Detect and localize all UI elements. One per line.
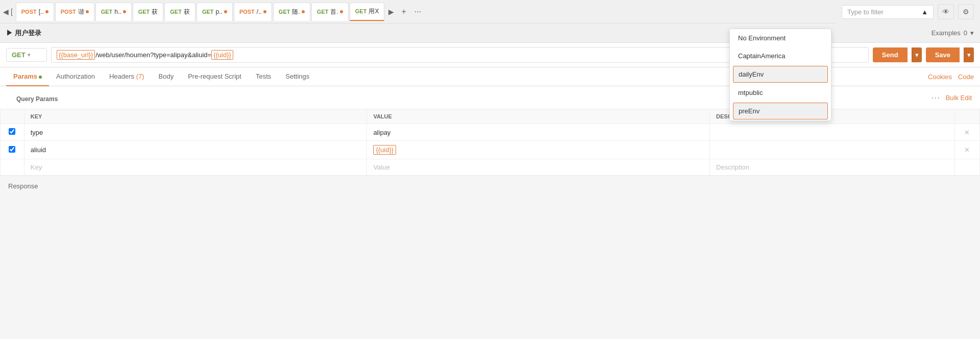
tab-method: GET	[101, 9, 113, 15]
tab-nav-prev[interactable]: ◀ [	[0, 6, 16, 18]
tab-more-button[interactable]: ···	[410, 5, 425, 18]
tab-post-slash[interactable]: POST /..	[234, 3, 272, 21]
row-2-value[interactable]: {{uid}}	[367, 141, 710, 159]
row-2-actions[interactable]: ✕	[954, 141, 979, 159]
tab-get-yong[interactable]: GET 用X	[350, 3, 385, 21]
tab-get-h[interactable]: GET h..	[95, 3, 132, 21]
query-params-title: Query Params	[8, 89, 66, 106]
tab-tests[interactable]: Tests	[249, 67, 278, 86]
tab-method: POST	[21, 9, 37, 15]
code-link[interactable]: Code	[958, 73, 974, 81]
tab-dot	[263, 10, 266, 13]
tab-bar: ◀ [ POST [.. POST 谐 GET h.. GET 获 GET 获 …	[0, 0, 980, 23]
row-2-checkbox-cell[interactable]	[1, 141, 24, 159]
tab-get-p[interactable]: GET p..	[197, 3, 233, 21]
tab-post-1[interactable]: POST [..	[16, 3, 54, 21]
tab-method: GET	[279, 9, 290, 15]
eye-icon: 👁	[942, 8, 949, 16]
placeholder-value[interactable]: Value	[367, 159, 710, 176]
tab-label: 谐	[78, 8, 84, 16]
method-select[interactable]: GET ▾	[6, 48, 47, 62]
tab-get-shou[interactable]: GET 首.	[311, 3, 349, 21]
col-key: KEY	[24, 109, 367, 124]
chevron-down-icon[interactable]: ▾	[970, 29, 974, 37]
save-button[interactable]: Save	[926, 47, 960, 62]
col-value: VALUE	[367, 109, 710, 124]
env-item-daily[interactable]: dailyEnv	[733, 66, 828, 83]
placeholder-checkbox	[1, 159, 24, 176]
tab-label: 随.	[292, 8, 300, 16]
tab-headers[interactable]: Headers (7)	[102, 67, 152, 86]
uid-var-value: {{uid}}	[373, 145, 396, 155]
tab-dot	[86, 10, 89, 13]
bulk-edit-button[interactable]: Bulk Edit	[946, 94, 972, 102]
row-2-key[interactable]: aliuid	[24, 141, 367, 159]
send-dropdown-button[interactable]: ▾	[912, 47, 922, 62]
tab-label: [..	[39, 8, 44, 15]
tab-label: 用X	[369, 7, 379, 16]
row-1-key[interactable]: type	[24, 124, 367, 141]
tab-params[interactable]: Params	[6, 67, 49, 86]
tab-method: GET	[202, 9, 214, 15]
col-checkbox	[1, 109, 24, 124]
env-dropdown: No Environment CaptainAmerica dailyEnv m…	[729, 29, 831, 121]
headers-badge: (7)	[136, 72, 144, 80]
tab-get-huo2[interactable]: GET 获	[164, 3, 195, 21]
placeholder-actions	[954, 159, 979, 176]
env-item-mtpublic[interactable]: mtpublic	[730, 84, 831, 102]
response-section: Response	[0, 176, 980, 196]
collection-title[interactable]: ▶ 用户登录	[6, 29, 41, 38]
tab-nav-next[interactable]: ▶	[385, 6, 397, 18]
row-1-desc[interactable]	[710, 124, 955, 141]
chevron-up-icon: ▲	[921, 8, 928, 16]
env-item-captain[interactable]: CaptainAmerica	[730, 47, 831, 65]
placeholder-key[interactable]: Key	[24, 159, 367, 176]
tab-dot	[123, 10, 126, 13]
row-2-desc[interactable]	[710, 141, 955, 159]
tab-method: GET	[170, 9, 182, 15]
tab-method: GET	[355, 8, 367, 14]
tab-label: p..	[216, 8, 223, 15]
placeholder-row: Key Value Description	[1, 159, 980, 176]
env-filter-area: Type to filter ▲ No Environment CaptainA…	[842, 5, 934, 19]
response-title: Response	[8, 182, 38, 190]
tab-dot	[302, 10, 305, 13]
top-right-controls: Type to filter ▲ No Environment CaptainA…	[836, 0, 980, 23]
tab-method: POST	[61, 9, 76, 15]
env-item-preenv[interactable]: preEnv	[733, 103, 828, 119]
tab-pre-request[interactable]: Pre-request Script	[181, 67, 249, 86]
delete-icon[interactable]: ✕	[964, 129, 970, 136]
tab-settings[interactable]: Settings	[278, 67, 316, 86]
placeholder-desc[interactable]: Description	[710, 159, 955, 176]
row-1-checkbox[interactable]	[9, 128, 15, 135]
url-bar: GET ▾ {{base_url}} /web/user/houmen?type…	[0, 43, 980, 67]
tabs-scroll: ◀ [ POST [.. POST 谐 GET h.. GET 获 GET 获 …	[0, 3, 980, 21]
save-dropdown-button[interactable]: ▾	[964, 47, 974, 62]
examples-area: Examples 0 ▾	[932, 29, 974, 37]
examples-count: 0	[964, 29, 967, 37]
env-item-no-environment[interactable]: No Environment	[730, 29, 831, 47]
delete-icon[interactable]: ✕	[964, 146, 970, 154]
row-1-actions[interactable]: ✕	[954, 124, 979, 141]
tab-get-sui[interactable]: GET 随.	[273, 3, 310, 21]
tab-add-button[interactable]: +	[397, 5, 410, 18]
params-table: KEY VALUE DESCRIPTION type alipay ✕	[0, 109, 980, 176]
params-more-icon[interactable]: ···	[932, 93, 941, 102]
eye-button[interactable]: 👁	[938, 4, 954, 19]
tab-body[interactable]: Body	[152, 67, 181, 86]
tab-post-2[interactable]: POST 谐	[55, 3, 94, 21]
row-2-checkbox[interactable]	[9, 146, 15, 153]
row-1-value[interactable]: alipay	[367, 124, 710, 141]
env-filter[interactable]: Type to filter ▲	[842, 5, 934, 19]
method-label: GET	[12, 51, 26, 59]
tab-dot	[224, 10, 227, 13]
cookies-link[interactable]: Cookies	[928, 73, 952, 81]
row-checkbox[interactable]	[1, 124, 24, 141]
tab-get-huo1[interactable]: GET 获	[133, 3, 164, 21]
gear-button[interactable]: ⚙	[958, 4, 974, 19]
tab-authorization[interactable]: Authorization	[49, 67, 102, 86]
env-filter-placeholder: Type to filter	[847, 8, 884, 16]
tab-dot	[45, 10, 48, 13]
send-button[interactable]: Send	[873, 47, 908, 62]
tab-label: 获	[184, 8, 190, 16]
